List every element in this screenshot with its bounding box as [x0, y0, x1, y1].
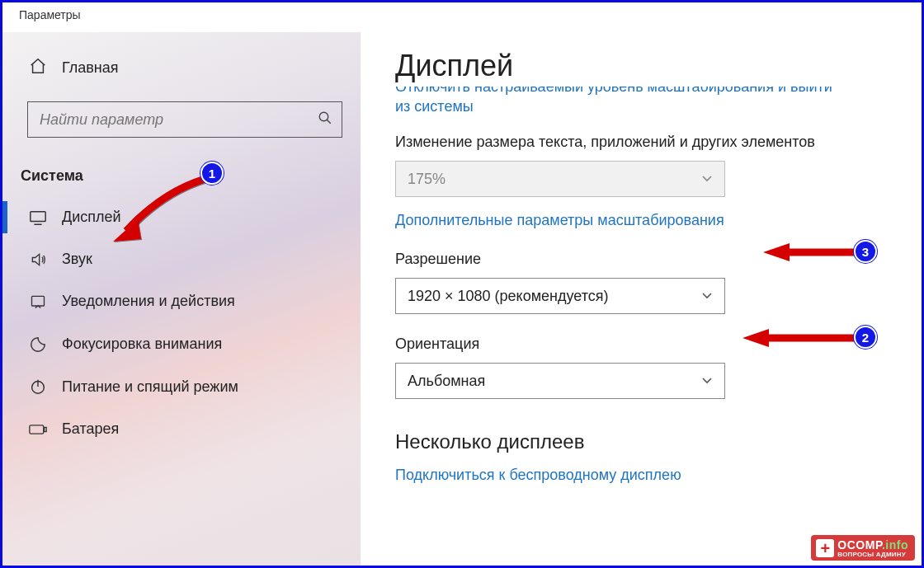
svg-rect-7 — [30, 425, 44, 433]
search-icon[interactable] — [309, 110, 342, 129]
sidebar-item-power[interactable]: Питание и спящий режим — [2, 365, 361, 408]
sidebar-item-label: Питание и спящий режим — [62, 378, 238, 396]
link-wireless-display[interactable]: Подключиться к беспроводному дисплею — [395, 467, 681, 484]
window-title: Параметры — [2, 2, 922, 32]
sidebar-item-label: Батарея — [62, 420, 119, 438]
power-icon — [29, 378, 47, 396]
sidebar-item-label: Уведомления и действия — [62, 293, 235, 310]
orientation-select[interactable]: Альбомная — [395, 363, 725, 399]
link-disable-custom-scaling-top[interactable]: Отключить настраиваемый уровень масштаби… — [395, 87, 912, 98]
orientation-value: Альбомная — [408, 373, 485, 390]
display-icon — [29, 209, 47, 226]
settings-window: Параметры Главная Система — [0, 0, 924, 568]
svg-point-0 — [319, 112, 328, 121]
annotation-arrow-2 — [741, 327, 860, 349]
focus-icon — [29, 335, 47, 353]
svg-rect-4 — [32, 296, 45, 306]
watermark-tld: .info — [882, 538, 908, 552]
annotation-badge-1: 1 — [200, 162, 224, 185]
resolution-value: 1920 × 1080 (рекомендуется) — [408, 288, 609, 305]
svg-rect-8 — [45, 427, 47, 431]
chevron-down-icon[interactable] — [701, 289, 713, 303]
link-disable-custom-scaling-bottom[interactable]: из системы — [395, 98, 474, 115]
notifications-icon — [29, 293, 47, 310]
svg-line-1 — [327, 120, 331, 124]
home-icon — [29, 57, 47, 78]
watermark: + OCOMP.info ВОПРОСЫ АДМИНУ — [811, 535, 915, 561]
resolution-select[interactable]: 1920 × 1080 (рекомендуется) — [395, 278, 725, 314]
watermark-plus-icon: + — [816, 539, 834, 557]
annotation-badge-2: 2 — [854, 326, 877, 349]
sidebar: Главная Система Дисплей Звук — [2, 32, 361, 566]
chevron-down-icon[interactable] — [701, 374, 713, 387]
sidebar-item-battery[interactable]: Батарея — [2, 408, 361, 450]
annotation-badge-3: 3 — [854, 240, 877, 263]
search-input[interactable] — [28, 111, 309, 129]
chevron-down-icon — [701, 172, 713, 185]
watermark-brand: OCOMP — [837, 538, 882, 552]
sidebar-item-label: Звук — [62, 251, 92, 268]
scale-select: 175% — [395, 161, 725, 197]
sidebar-item-focus[interactable]: Фокусировка внимания — [2, 322, 361, 365]
scale-label: Изменение размера текста, приложений и д… — [395, 134, 912, 151]
page-title: Дисплей — [395, 49, 912, 83]
scale-value: 175% — [408, 171, 446, 188]
watermark-sub: ВОПРОСЫ АДМИНУ — [837, 552, 908, 558]
battery-icon — [29, 423, 47, 436]
svg-rect-2 — [31, 211, 45, 221]
search-box[interactable] — [27, 101, 342, 138]
svg-marker-9 — [113, 219, 141, 242]
sidebar-home[interactable]: Главная — [2, 44, 361, 92]
link-advanced-scaling[interactable]: Дополнительные параметры масштабирования — [395, 212, 724, 229]
multi-display-heading: Несколько дисплеев — [395, 430, 912, 453]
sound-icon — [29, 251, 47, 268]
main-panel: Дисплей Отключить настраиваемый уровень … — [361, 32, 922, 566]
svg-marker-11 — [742, 329, 769, 347]
sidebar-item-label: Фокусировка внимания — [62, 336, 222, 353]
sidebar-item-notifications[interactable]: Уведомления и действия — [2, 280, 361, 322]
svg-marker-13 — [763, 243, 790, 261]
sidebar-home-label: Главная — [62, 59, 119, 77]
annotation-arrow-3 — [761, 242, 860, 263]
